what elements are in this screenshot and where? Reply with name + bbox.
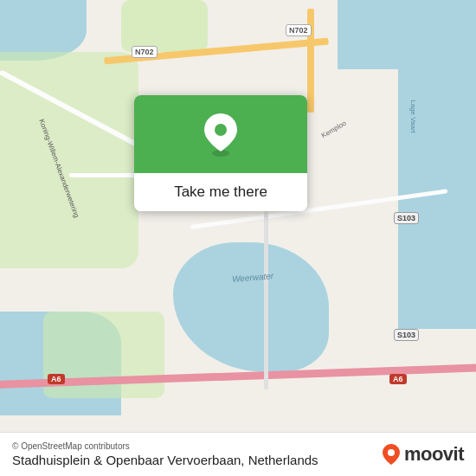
- location-name: Stadhuisplein & Openbaar Vervoerbaan, Ne…: [12, 453, 318, 467]
- svg-point-1: [215, 124, 227, 136]
- bottom-bar: © OpenStreetMap contributors Stadhuisple…: [0, 432, 476, 476]
- moovit-label: moovit: [404, 443, 464, 466]
- map-popup: Take me there: [134, 95, 307, 211]
- bottom-left-info: © OpenStreetMap contributors Stadhuisple…: [12, 441, 318, 467]
- label-lage-vaart: Lage Vaart: [409, 100, 417, 133]
- label-a6-left: A6: [48, 374, 65, 384]
- location-pin-icon: [202, 112, 240, 157]
- label-n702-top: N702: [286, 24, 312, 36]
- moovit-pin-icon: [382, 443, 401, 466]
- osm-credit: © OpenStreetMap contributors: [12, 441, 318, 451]
- water-top-right: [338, 0, 476, 69]
- map-container: N702 N702 A6 A6 S103 S103 Koning-Willem-…: [0, 0, 476, 476]
- label-n702-mid: N702: [132, 46, 158, 58]
- take-me-there-button[interactable]: Take me there: [134, 173, 307, 211]
- label-s103-bot: S103: [394, 329, 419, 341]
- label-a6-right: A6: [389, 374, 407, 384]
- svg-point-2: [388, 449, 395, 456]
- green-area-1: [121, 0, 208, 52]
- moovit-logo: moovit: [382, 443, 464, 466]
- popup-header: [134, 95, 307, 173]
- label-s103-top: S103: [394, 212, 419, 224]
